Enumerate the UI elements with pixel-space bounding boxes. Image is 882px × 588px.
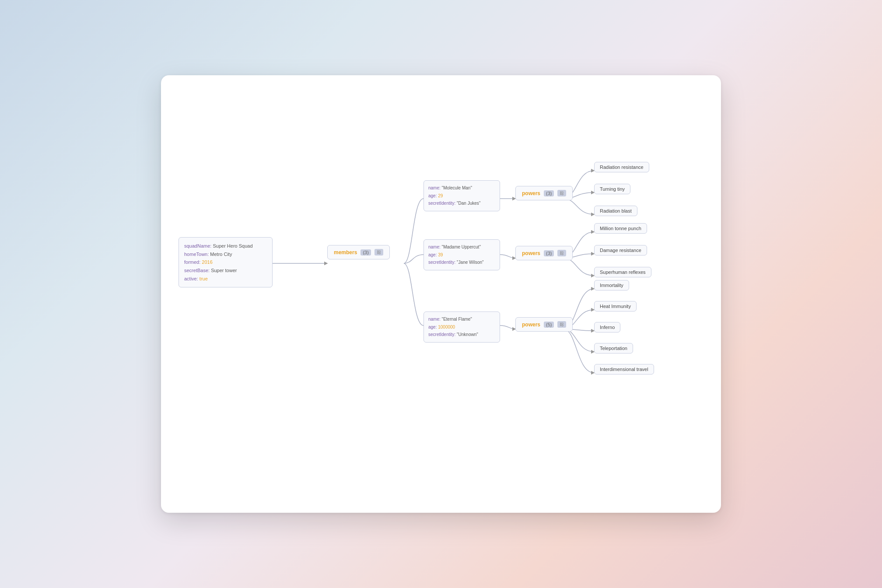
power-leaf-3-1: Immortality [594,280,629,290]
powers2-link-icon[interactable]: ⛓ [557,250,566,256]
power-leaf-3-5: Interdimensional travel [594,364,654,374]
power-leaf-2-2: Damage resistance [594,245,647,256]
power-leaf-3-2: Heat Immunity [594,301,637,312]
root-node: squadName: Super Hero Squad homeTown: Me… [178,237,273,287]
member-card-1: name: "Molecule Man" age: 29 secretIdent… [424,180,500,211]
member-card-2: name: "Madame Uppercut" age: 39 secretId… [424,239,500,270]
powers1-link-icon[interactable]: ⛓ [557,190,566,196]
root-squad-name: squadName: Super Hero Squad [184,242,267,250]
root-formed: formed: 2016 [184,258,267,266]
powers3-link-icon[interactable]: ⛓ [557,321,566,328]
member-card-3: name: "Eternal Flame" age: 1000000 secre… [424,312,500,343]
root-home-town: homeTown: Metro City [184,250,267,259]
members-node: members (3) ⛓ [327,245,390,259]
power-leaf-2-1: Million tonne punch [594,223,647,234]
powers-node-3: powers (5) ⛓ [515,317,573,332]
power-leaf-1-3: Radiation blast [594,206,637,216]
root-active: active: true [184,275,267,283]
members-link-icon[interactable]: ⛓ [374,249,383,256]
diagram-area: squadName: Super Hero Squad homeTown: Me… [161,75,721,513]
power-leaf-2-3: Superhuman reflexes [594,267,651,277]
members-array: members (3) ⛓ [327,245,390,259]
root-secret-base: secretBase: Super tower [184,266,267,275]
power-leaf-3-4: Teleportation [594,343,633,354]
powers-node-1: powers (3) ⛓ [515,186,573,200]
power-leaf-3-3: Inferno [594,322,620,332]
power-leaf-1-2: Turning tiny [594,184,630,194]
power-leaf-1-1: Radiation resistance [594,162,649,172]
main-window: squadName: Super Hero Squad homeTown: Me… [161,75,721,513]
powers-node-2: powers (3) ⛓ [515,246,573,260]
